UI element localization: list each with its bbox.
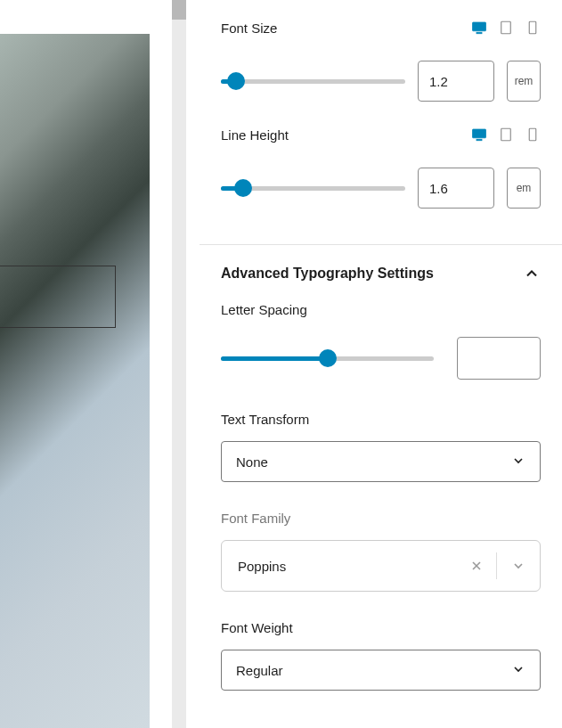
font-size-unit[interactable]: rem: [507, 61, 541, 102]
select-value: Regular: [236, 663, 283, 678]
letter-spacing-input[interactable]: [457, 337, 541, 380]
mobile-icon[interactable]: [525, 20, 541, 36]
font-size-group: Font Size rem: [200, 20, 562, 127]
svg-rect-1: [476, 32, 482, 34]
svg-rect-7: [529, 128, 536, 141]
chevron-down-icon: [511, 662, 525, 679]
font-family-label: Font Family: [221, 511, 541, 526]
device-toggles-fontsize: [471, 20, 541, 36]
slider-thumb[interactable]: [234, 179, 252, 197]
font-weight-select[interactable]: Regular: [221, 650, 541, 691]
line-height-unit[interactable]: em: [507, 168, 541, 209]
slider-thumb[interactable]: [319, 349, 337, 367]
slider-fill: [221, 356, 328, 361]
desktop-icon[interactable]: [471, 20, 487, 36]
letter-spacing-label: Letter Spacing: [221, 302, 541, 317]
svg-rect-5: [476, 139, 482, 141]
line-height-group: Line Height em: [200, 127, 562, 233]
svg-rect-4: [473, 129, 486, 138]
letter-spacing-group: Letter Spacing: [200, 302, 562, 412]
combo-value: Poppins: [238, 559, 457, 574]
svg-rect-2: [501, 21, 511, 34]
svg-rect-6: [501, 128, 511, 141]
clear-icon[interactable]: [457, 559, 496, 573]
section-title: Advanced Typography Settings: [221, 266, 434, 282]
select-value: None: [236, 454, 268, 470]
line-height-slider[interactable]: [221, 179, 405, 197]
scrollbar-thumb[interactable]: [172, 0, 186, 20]
svg-rect-0: [473, 22, 486, 31]
font-family-combobox[interactable]: Poppins: [221, 540, 541, 592]
scrollbar-track[interactable]: [172, 0, 186, 728]
font-family-group: Font Family Poppins: [200, 511, 562, 620]
font-size-label: Font Size: [221, 20, 277, 36]
font-weight-group: Font Weight Regular: [200, 620, 562, 699]
preview-pane: [0, 0, 150, 728]
text-transform-select[interactable]: None: [221, 441, 541, 482]
mobile-icon[interactable]: [525, 127, 541, 143]
line-height-label: Line Height: [221, 127, 289, 143]
font-size-input[interactable]: [418, 61, 494, 102]
desktop-icon[interactable]: [471, 127, 487, 143]
font-weight-label: Font Weight: [221, 620, 541, 635]
svg-rect-3: [529, 21, 536, 34]
preview-selection-box[interactable]: [0, 266, 116, 328]
chevron-down-icon[interactable]: [497, 559, 540, 573]
letter-spacing-slider[interactable]: [221, 349, 434, 367]
text-transform-group: Text Transform None: [200, 412, 562, 511]
chevron-down-icon: [511, 454, 525, 470]
preview-image: [0, 34, 150, 728]
text-transform-label: Text Transform: [221, 412, 541, 427]
chevron-up-icon: [523, 265, 541, 282]
slider-thumb[interactable]: [227, 72, 245, 90]
settings-panel: Font Size rem: [200, 0, 562, 728]
tablet-icon[interactable]: [498, 20, 514, 36]
tablet-icon[interactable]: [498, 127, 514, 143]
line-height-input[interactable]: [418, 168, 494, 209]
advanced-typography-header[interactable]: Advanced Typography Settings: [200, 245, 562, 302]
font-size-slider[interactable]: [221, 72, 405, 90]
device-toggles-lineheight: [471, 127, 541, 143]
